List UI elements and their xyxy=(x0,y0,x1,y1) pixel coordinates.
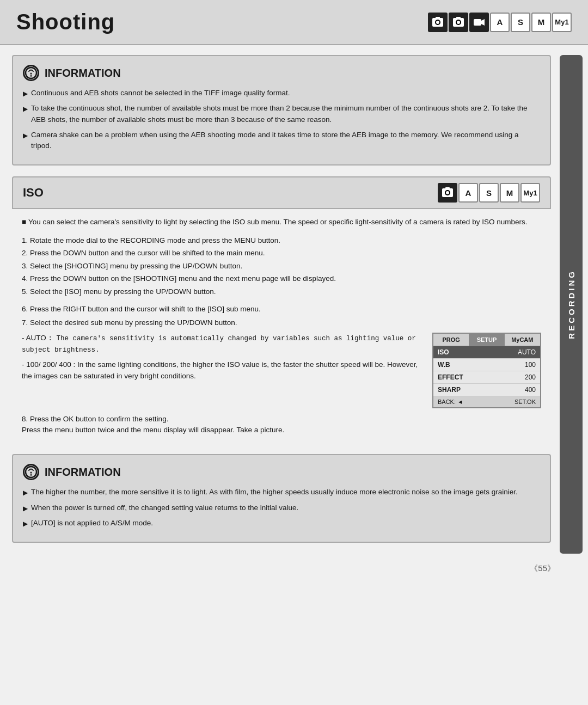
page: Shooting xyxy=(0,0,588,705)
iso-steps: 1. Rotate the mode dial to the RECORDING… xyxy=(22,235,541,298)
info-title-2: INFORMATION xyxy=(45,466,121,479)
info-header-1: INFORMATION xyxy=(23,65,540,81)
page-header: Shooting xyxy=(0,0,588,45)
svg-rect-12 xyxy=(30,75,32,77)
menu-value-iso: AUTO xyxy=(518,348,536,356)
info-text-1-2: To take the continuous shot, the number … xyxy=(31,103,540,125)
svg-rect-16 xyxy=(445,187,450,189)
menu-label-sharp: SHARP xyxy=(438,386,461,394)
menu-tab-setup: SETUP xyxy=(469,334,504,346)
info-box-1: INFORMATION ▶ Continuous and AEB shots c… xyxy=(12,55,551,165)
iso-step-5: 5. Select the [ISO] menu by pressing the… xyxy=(22,286,541,298)
mode-icon-m: M xyxy=(531,13,551,32)
iso-step-6: 6. Press the RIGHT button and the cursor… xyxy=(22,304,541,315)
mode-icon-auto xyxy=(428,13,448,32)
iso-lower-text: - AUTO : The camera's sensitivity is aut… xyxy=(22,333,421,408)
menu-row-wb: W.B 100 xyxy=(433,359,540,371)
info-text-2-3: [AUTO] is not applied to A/S/M mode. xyxy=(31,518,540,529)
info-icon-1 xyxy=(23,65,39,81)
info-header-2: INFORMATION xyxy=(23,464,540,480)
iso-section: ISO A S M My1 xyxy=(12,176,551,443)
range-option: - 100/ 200/ 400 : In the same lighting c… xyxy=(22,359,421,382)
iso-mode-s: S xyxy=(479,183,499,203)
info-title-1: INFORMATION xyxy=(45,67,121,79)
auto-desc: : The camera's sensitivity is automatica… xyxy=(22,335,416,354)
recording-tab: RECORDING xyxy=(560,55,583,554)
iso-mode-camera xyxy=(438,183,457,203)
menu-label-iso: ISO xyxy=(438,348,449,356)
arrow-icon-3: ▶ xyxy=(23,131,28,140)
info-text-2-1: The higher the number, the more sensitiv… xyxy=(31,487,540,498)
menu-value-wb: 100 xyxy=(525,361,536,369)
arrow-icon-6: ▶ xyxy=(23,519,28,529)
svg-rect-8 xyxy=(474,19,481,26)
iso-step-4: 4. Press the DOWN button on the [SHOOTIN… xyxy=(22,273,541,285)
iso-lower-section: - AUTO : The camera's sensitivity is aut… xyxy=(22,333,541,408)
iso-header: ISO A S M My1 xyxy=(12,176,551,209)
iso-step-7: 7. Select the desired sub menu by pressi… xyxy=(22,317,541,328)
range-label: - 100/ 200/ 400 xyxy=(22,360,71,369)
svg-point-15 xyxy=(446,191,449,194)
recording-tab-label: RECORDING xyxy=(567,269,576,339)
info-box-2: INFORMATION ▶ The higher the number, the… xyxy=(12,454,551,543)
svg-point-18 xyxy=(30,472,32,474)
camera-menu: PROG SETUP MyCAM ISO AUTO W.B 100 xyxy=(432,333,541,408)
svg-marker-9 xyxy=(481,19,485,26)
menu-value-effect: 200 xyxy=(525,373,536,381)
info-item-2-2: ▶ When the power is turned off, the chan… xyxy=(23,502,540,513)
svg-point-11 xyxy=(30,73,32,75)
page-title: Shooting xyxy=(16,10,115,34)
info-item-1-3: ▶ Camera shake can be a problem when usi… xyxy=(23,130,540,152)
menu-row-iso: ISO AUTO xyxy=(433,346,540,359)
iso-title: ISO xyxy=(23,186,44,200)
mode-icon-a: A xyxy=(490,13,510,32)
menu-label-effect: EFFECT xyxy=(438,373,463,381)
iso-mode-m: M xyxy=(500,183,519,203)
iso-step-3: 3. Select the [SHOOTING] menu by pressin… xyxy=(22,260,541,272)
info-icon-2 xyxy=(23,464,39,480)
svg-rect-19 xyxy=(30,474,32,476)
page-body: INFORMATION ▶ Continuous and AEB shots c… xyxy=(0,45,588,563)
iso-step-1: 1. Rotate the mode dial to the RECORDING… xyxy=(22,235,541,247)
page-number: 《55》 xyxy=(0,563,588,579)
menu-row-effect: EFFECT 200 xyxy=(433,371,540,384)
menu-back: BACK: ◄ xyxy=(438,399,463,405)
menu-value-sharp: 400 xyxy=(525,386,536,394)
menu-tab-prog: PROG xyxy=(433,334,469,346)
info-item-2-1: ▶ The higher the number, the more sensit… xyxy=(23,487,540,498)
step-8-line2: Press the menu button twice and the menu… xyxy=(22,425,541,436)
iso-intro: You can select the camera's sensitivity … xyxy=(22,217,541,228)
camera-menu-footer: BACK: ◄ SET:OK xyxy=(433,396,540,407)
iso-mode-a: A xyxy=(458,183,478,203)
step-8-line1: 8. Press the OK button to confirm the se… xyxy=(22,414,541,425)
menu-tab-mycam: MyCAM xyxy=(505,334,540,346)
info-text-2-2: When the power is turned off, the change… xyxy=(31,502,540,513)
mode-icon-s: S xyxy=(511,13,530,32)
info-item-1-2: ▶ To take the continuous shot, the numbe… xyxy=(23,103,540,125)
page-number-text: 《55》 xyxy=(530,563,555,573)
auto-label: - AUTO xyxy=(22,334,46,342)
auto-option: - AUTO : The camera's sensitivity is aut… xyxy=(22,333,421,355)
range-desc: : In the same lighting conditions, the h… xyxy=(22,360,418,379)
mode-icon-video xyxy=(469,13,489,32)
mode-icon-program xyxy=(449,13,468,32)
info-text-1-1: Continuous and AEB shots cannot be selec… xyxy=(31,88,540,99)
svg-point-6 xyxy=(457,21,460,24)
svg-rect-3 xyxy=(436,17,440,19)
menu-set: SET:OK xyxy=(514,399,536,405)
mode-icons: A S M My1 xyxy=(428,13,572,32)
iso-body: You can select the camera's sensitivity … xyxy=(12,209,551,443)
info-item-1-1: ▶ Continuous and AEB shots cannot be sel… xyxy=(23,88,540,99)
arrow-icon-4: ▶ xyxy=(23,488,28,498)
svg-rect-7 xyxy=(456,17,461,19)
menu-label-wb: W.B xyxy=(438,361,450,369)
info-text-1-3: Camera shake can be a problem when using… xyxy=(31,130,540,152)
main-content: INFORMATION ▶ Continuous and AEB shots c… xyxy=(12,55,560,554)
iso-step-2: 2. Press the DOWN button and the cursor … xyxy=(22,247,541,259)
camera-menu-header: PROG SETUP MyCAM xyxy=(433,334,540,346)
arrow-icon-5: ▶ xyxy=(23,504,28,513)
arrow-icon-2: ▶ xyxy=(23,104,28,114)
step-8: 8. Press the OK button to confirm the se… xyxy=(22,414,541,436)
arrow-icon-1: ▶ xyxy=(23,89,28,99)
menu-row-sharp: SHARP 400 xyxy=(433,384,540,396)
